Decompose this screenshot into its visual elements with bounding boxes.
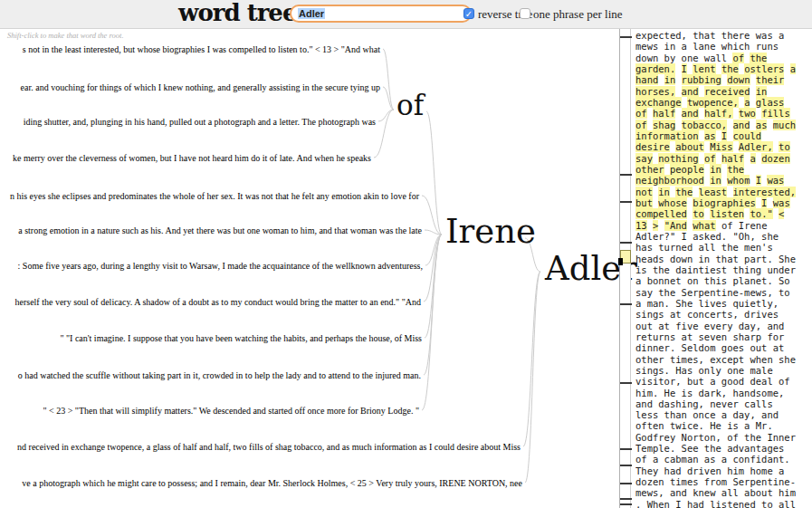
highlighted-word: was (767, 175, 784, 186)
highlighted-word: and (682, 86, 699, 97)
highlighted-word: interested, (733, 187, 797, 197)
phrase-line[interactable]: " < 23 > "Then that will simplify matter… (43, 406, 420, 416)
highlighted-word: much (773, 120, 796, 130)
highlighted-word: their (756, 74, 785, 85)
connector-curve (426, 111, 442, 235)
phrase-line[interactable]: iding shutter, and, plunging in his hand… (24, 117, 376, 127)
highlighted-word: dozen (761, 153, 790, 164)
highlighted-word: the (727, 164, 744, 175)
highlighted-word: of (704, 153, 716, 164)
connector-curve (422, 235, 442, 410)
match-tick[interactable] (620, 382, 632, 384)
position-indicator (618, 258, 623, 265)
tree-node-irene[interactable]: Irene (445, 215, 536, 248)
highlighted-word: say (635, 153, 653, 164)
match-tick[interactable] (620, 303, 632, 305)
match-tick[interactable] (620, 465, 632, 466)
phrase-line[interactable]: ke merry over the cleverness of women, b… (13, 153, 371, 163)
highlighted-word: < (779, 208, 784, 219)
highlighted-word: people (670, 164, 704, 175)
highlighted-word: "And (664, 220, 687, 231)
highlighted-word: the (675, 187, 693, 197)
highlighted-word: other (635, 164, 664, 175)
match-tick[interactable] (620, 201, 632, 203)
phrase-line[interactable]: herself the very soul of delicacy. A sha… (14, 297, 421, 307)
highlighted-word: in (756, 86, 768, 97)
highlighted-word: down (727, 74, 750, 85)
highlighted-word: and (682, 108, 699, 119)
match-tick[interactable] (620, 36, 632, 38)
highlighted-word: glass (756, 97, 785, 108)
highlighted-word: fills (761, 108, 790, 119)
highlighted-word: neighborhood (635, 175, 704, 186)
highlighted-word: to (693, 208, 704, 219)
highlighted-word: a (750, 153, 756, 164)
highlighted-word: information (635, 130, 699, 141)
match-tick[interactable] (620, 498, 632, 500)
phrase-line[interactable]: ear. and vouching for things of which I … (21, 82, 380, 92)
match-tick[interactable] (620, 448, 632, 450)
highlighted-word: in (658, 187, 670, 197)
highlighted-word: a (744, 97, 750, 108)
highlighted-word: garden. (635, 63, 675, 74)
highlighted-word: but (635, 197, 653, 208)
connector-curve (378, 110, 394, 121)
highlighted-word: of (732, 53, 744, 63)
highlighted-word: biographies (693, 197, 756, 208)
phrase-line[interactable]: nd received in exchange twopence, a glas… (17, 442, 521, 452)
highlighted-word: of (635, 120, 647, 130)
highlighted-word: least (699, 187, 728, 197)
highlighted-word: shag (653, 120, 675, 130)
highlighted-word: two (739, 108, 756, 119)
phrase-line[interactable]: s not in the least interested, but whose… (23, 44, 380, 54)
highlighted-word: in (710, 175, 721, 186)
match-tick[interactable] (620, 242, 632, 244)
highlighted-word: hand (635, 74, 658, 85)
highlighted-word: ostlers (744, 63, 784, 74)
highlighted-word: to (779, 141, 790, 152)
match-tick[interactable] (620, 174, 632, 176)
phrase-line[interactable]: o had watched the scuffle without taking… (18, 370, 421, 380)
word-tree-app: word tree Adler ✓ reverse tree one phras… (0, 0, 812, 508)
highlighted-word: of (635, 108, 647, 119)
match-minimap[interactable] (619, 29, 631, 508)
phrase-line[interactable]: : Some five years ago, during a lengthy … (18, 261, 423, 271)
highlighted-word: Miss (710, 141, 732, 152)
phrase-line[interactable]: n his eyes she eclipses and predominates… (10, 191, 419, 201)
highlighted-word: and (733, 120, 750, 130)
highlighted-word: what (693, 220, 715, 231)
highlighted-word: a (790, 63, 796, 74)
highlighted-word: I (761, 197, 767, 208)
connector-curve (523, 272, 540, 446)
phrase-line[interactable]: a strong emotion in a nature such as his… (18, 225, 422, 235)
highlighted-word: lent (693, 63, 715, 74)
highlighted-word: about (675, 141, 704, 152)
match-tick[interactable] (620, 483, 632, 484)
highlighted-word: I (721, 130, 727, 141)
highlighted-word: listen (710, 208, 744, 219)
highlighted-word: to." (750, 208, 772, 219)
highlighted-word: 13 (635, 220, 647, 231)
highlighted-word: whose (658, 197, 687, 208)
phrase-line[interactable]: " "I can't imagine. I suppose that you h… (60, 333, 422, 343)
highlighted-word: twopence, (687, 97, 739, 108)
highlighted-word: as (704, 130, 716, 141)
highlighted-word: was (773, 197, 790, 208)
highlighted-word: desire (635, 141, 670, 152)
highlighted-word: nothing (658, 153, 698, 164)
highlighted-word: I (756, 175, 761, 186)
match-tick[interactable] (620, 503, 632, 505)
highlighted-word: > (653, 220, 658, 231)
highlighted-word: the (750, 53, 767, 63)
highlighted-word: whom (727, 175, 750, 186)
highlighted-word: compelled (635, 208, 687, 219)
highlighted-word: tobacco, (682, 120, 728, 130)
highlighted-word: in (710, 164, 721, 175)
highlighted-word: not (635, 187, 653, 197)
phrase-line[interactable]: ve a photograph which he might care to p… (22, 478, 522, 488)
connector-curve (374, 110, 394, 158)
tree-node-of[interactable]: of (396, 91, 424, 120)
highlighted-word: as (756, 120, 768, 130)
highlighted-word: half (653, 108, 675, 119)
highlighted-word: rubbing (682, 74, 721, 85)
